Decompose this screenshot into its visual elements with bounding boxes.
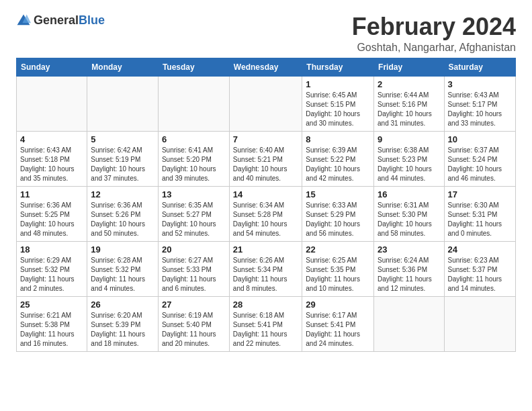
calendar-cell: 11Sunrise: 6:36 AMSunset: 5:25 PMDayligh…	[17, 186, 87, 241]
calendar-cell: 6Sunrise: 6:41 AMSunset: 5:20 PMDaylight…	[158, 131, 229, 186]
day-detail: Sunrise: 6:25 AMSunset: 5:35 PMDaylight:…	[306, 256, 370, 293]
day-detail: Sunrise: 6:28 AMSunset: 5:32 PMDaylight:…	[91, 256, 154, 293]
calendar-cell: 28Sunrise: 6:18 AMSunset: 5:41 PMDayligh…	[229, 296, 302, 351]
day-number: 17	[448, 189, 512, 199]
calendar-week-row: 11Sunrise: 6:36 AMSunset: 5:25 PMDayligh…	[17, 186, 516, 241]
day-detail: Sunrise: 6:19 AMSunset: 5:40 PMDaylight:…	[162, 311, 226, 349]
calendar-cell: 8Sunrise: 6:39 AMSunset: 5:22 PMDaylight…	[302, 131, 374, 186]
day-detail: Sunrise: 6:30 AMSunset: 5:31 PMDaylight:…	[448, 201, 512, 238]
day-number: 1	[306, 79, 370, 89]
calendar-cell: 20Sunrise: 6:27 AMSunset: 5:33 PMDayligh…	[158, 241, 229, 296]
calendar-week-row: 1Sunrise: 6:45 AMSunset: 5:15 PMDaylight…	[17, 76, 516, 131]
calendar-cell: 5Sunrise: 6:42 AMSunset: 5:19 PMDaylight…	[87, 131, 159, 186]
day-number: 11	[20, 189, 83, 199]
weekday-header: Monday	[87, 58, 159, 76]
calendar-cell: 2Sunrise: 6:44 AMSunset: 5:16 PMDaylight…	[374, 76, 444, 131]
day-detail: Sunrise: 6:24 AMSunset: 5:36 PMDaylight:…	[378, 256, 440, 293]
calendar-cell: 13Sunrise: 6:35 AMSunset: 5:27 PMDayligh…	[158, 186, 229, 241]
calendar-cell: 29Sunrise: 6:17 AMSunset: 5:41 PMDayligh…	[302, 296, 374, 351]
day-number: 18	[20, 244, 83, 255]
calendar-week-row: 18Sunrise: 6:29 AMSunset: 5:32 PMDayligh…	[17, 241, 516, 296]
day-detail: Sunrise: 6:43 AMSunset: 5:18 PMDaylight:…	[20, 146, 83, 183]
logo-icon	[16, 13, 31, 28]
weekday-header: Thursday	[302, 58, 374, 76]
calendar-title: February 2024	[352, 13, 516, 40]
day-number: 2	[378, 79, 440, 89]
calendar-cell: 22Sunrise: 6:25 AMSunset: 5:35 PMDayligh…	[302, 241, 374, 296]
calendar-cell	[17, 76, 87, 131]
day-detail: Sunrise: 6:41 AMSunset: 5:20 PMDaylight:…	[162, 146, 226, 183]
day-detail: Sunrise: 6:33 AMSunset: 5:29 PMDaylight:…	[306, 201, 370, 238]
day-number: 28	[233, 300, 298, 310]
day-detail: Sunrise: 6:36 AMSunset: 5:26 PMDaylight:…	[91, 201, 154, 238]
calendar-cell	[229, 76, 302, 131]
calendar-subtitle: Goshtah, Nangarhar, Afghanistan	[352, 42, 516, 54]
calendar-cell: 25Sunrise: 6:21 AMSunset: 5:38 PMDayligh…	[17, 296, 87, 351]
day-number: 3	[448, 79, 512, 89]
calendar-title-area: February 2024 Goshtah, Nangarhar, Afghan…	[352, 13, 516, 54]
calendar-week-row: 4Sunrise: 6:43 AMSunset: 5:18 PMDaylight…	[17, 131, 516, 186]
day-number: 14	[233, 189, 298, 199]
weekday-header: Saturday	[444, 58, 515, 76]
day-detail: Sunrise: 6:38 AMSunset: 5:23 PMDaylight:…	[378, 146, 440, 183]
page-header: General Blue February 2024 Goshtah, Nang…	[16, 13, 516, 54]
calendar-cell	[374, 296, 444, 351]
day-detail: Sunrise: 6:40 AMSunset: 5:21 PMDaylight:…	[233, 146, 298, 183]
calendar-cell: 1Sunrise: 6:45 AMSunset: 5:15 PMDaylight…	[302, 76, 374, 131]
calendar-cell: 21Sunrise: 6:26 AMSunset: 5:34 PMDayligh…	[229, 241, 302, 296]
day-number: 29	[306, 300, 370, 310]
day-number: 23	[378, 244, 440, 255]
calendar-cell: 16Sunrise: 6:31 AMSunset: 5:30 PMDayligh…	[374, 186, 444, 241]
day-number: 27	[162, 300, 226, 310]
calendar-cell: 10Sunrise: 6:37 AMSunset: 5:24 PMDayligh…	[444, 131, 515, 186]
day-detail: Sunrise: 6:26 AMSunset: 5:34 PMDaylight:…	[233, 256, 298, 293]
calendar-header-row: SundayMondayTuesdayWednesdayThursdayFrid…	[17, 58, 516, 76]
day-detail: Sunrise: 6:36 AMSunset: 5:25 PMDaylight:…	[20, 201, 83, 238]
calendar-cell: 3Sunrise: 6:43 AMSunset: 5:17 PMDaylight…	[444, 76, 515, 131]
calendar-cell: 23Sunrise: 6:24 AMSunset: 5:36 PMDayligh…	[374, 241, 444, 296]
day-detail: Sunrise: 6:27 AMSunset: 5:33 PMDaylight:…	[162, 256, 226, 293]
day-detail: Sunrise: 6:35 AMSunset: 5:27 PMDaylight:…	[162, 201, 226, 238]
day-detail: Sunrise: 6:17 AMSunset: 5:41 PMDaylight:…	[306, 311, 370, 349]
calendar-cell	[444, 296, 515, 351]
day-detail: Sunrise: 6:20 AMSunset: 5:39 PMDaylight:…	[91, 311, 154, 349]
day-detail: Sunrise: 6:34 AMSunset: 5:28 PMDaylight:…	[233, 201, 298, 238]
day-detail: Sunrise: 6:44 AMSunset: 5:16 PMDaylight:…	[378, 91, 440, 128]
day-number: 12	[91, 189, 154, 199]
day-detail: Sunrise: 6:18 AMSunset: 5:41 PMDaylight:…	[233, 311, 298, 349]
calendar-cell: 15Sunrise: 6:33 AMSunset: 5:29 PMDayligh…	[302, 186, 374, 241]
calendar-cell: 19Sunrise: 6:28 AMSunset: 5:32 PMDayligh…	[87, 241, 159, 296]
day-detail: Sunrise: 6:43 AMSunset: 5:17 PMDaylight:…	[448, 91, 512, 128]
day-number: 15	[306, 189, 370, 199]
calendar-table: SundayMondayTuesdayWednesdayThursdayFrid…	[16, 58, 516, 352]
day-detail: Sunrise: 6:23 AMSunset: 5:37 PMDaylight:…	[448, 256, 512, 293]
day-detail: Sunrise: 6:45 AMSunset: 5:15 PMDaylight:…	[306, 91, 370, 128]
day-number: 25	[20, 300, 83, 310]
day-number: 7	[233, 134, 298, 144]
day-number: 9	[378, 134, 440, 144]
day-number: 5	[91, 134, 154, 144]
day-detail: Sunrise: 6:42 AMSunset: 5:19 PMDaylight:…	[91, 146, 154, 183]
day-number: 16	[378, 189, 440, 199]
logo: General Blue	[16, 13, 105, 28]
day-number: 21	[233, 244, 298, 255]
day-detail: Sunrise: 6:21 AMSunset: 5:38 PMDaylight:…	[20, 311, 83, 349]
day-number: 8	[306, 134, 370, 144]
calendar-cell	[158, 76, 229, 131]
calendar-cell: 9Sunrise: 6:38 AMSunset: 5:23 PMDaylight…	[374, 131, 444, 186]
weekday-header: Tuesday	[158, 58, 229, 76]
weekday-header: Sunday	[17, 58, 87, 76]
day-number: 4	[20, 134, 83, 144]
day-number: 22	[306, 244, 370, 255]
calendar-cell: 17Sunrise: 6:30 AMSunset: 5:31 PMDayligh…	[444, 186, 515, 241]
calendar-cell: 7Sunrise: 6:40 AMSunset: 5:21 PMDaylight…	[229, 131, 302, 186]
weekday-header: Wednesday	[229, 58, 302, 76]
calendar-cell	[87, 76, 159, 131]
calendar-cell: 12Sunrise: 6:36 AMSunset: 5:26 PMDayligh…	[87, 186, 159, 241]
weekday-header: Friday	[374, 58, 444, 76]
day-number: 24	[448, 244, 512, 255]
calendar-cell: 14Sunrise: 6:34 AMSunset: 5:28 PMDayligh…	[229, 186, 302, 241]
day-detail: Sunrise: 6:31 AMSunset: 5:30 PMDaylight:…	[378, 201, 440, 238]
day-detail: Sunrise: 6:39 AMSunset: 5:22 PMDaylight:…	[306, 146, 370, 183]
calendar-cell: 27Sunrise: 6:19 AMSunset: 5:40 PMDayligh…	[158, 296, 229, 351]
